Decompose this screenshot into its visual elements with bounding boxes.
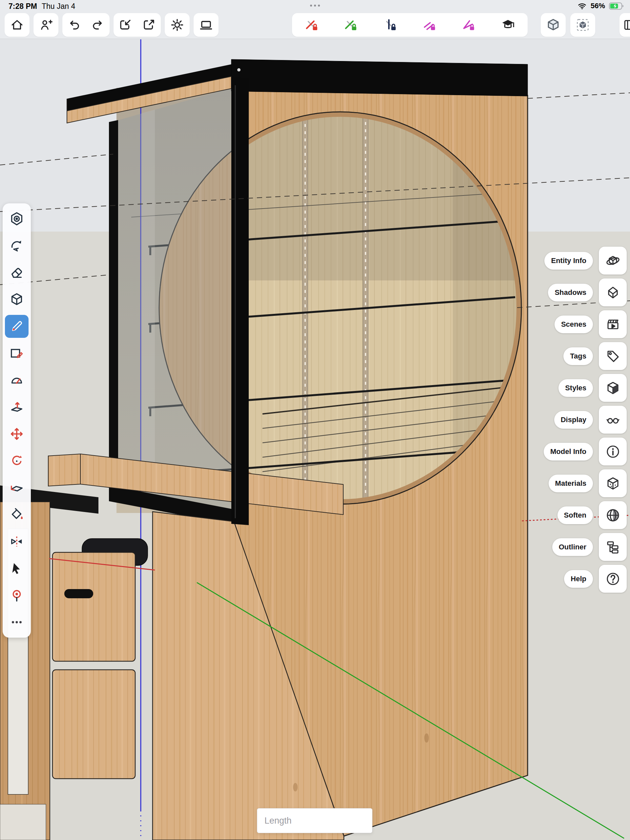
model-info-pill[interactable]: Model Info xyxy=(544,443,593,461)
views-button[interactable] xyxy=(541,13,566,37)
blue-axis-lock-icon xyxy=(383,17,398,33)
tags-pill[interactable]: Tags xyxy=(564,347,593,365)
tool-paint[interactable] xyxy=(3,501,31,528)
import-button[interactable] xyxy=(114,13,137,37)
orbit-icon xyxy=(9,238,24,253)
entity-info-button[interactable] xyxy=(599,247,627,275)
outliner-pill[interactable]: Outliner xyxy=(552,538,593,556)
move-icon xyxy=(11,429,22,439)
glass-panel xyxy=(117,88,231,510)
tool-push-pull[interactable] xyxy=(3,393,31,420)
tool-select-arrow[interactable] xyxy=(3,555,31,582)
shape-icon xyxy=(9,346,24,361)
tool-primitives[interactable] xyxy=(3,286,31,313)
tool-flip[interactable] xyxy=(3,528,31,555)
glass-mullion xyxy=(231,76,249,525)
isolate-button[interactable] xyxy=(570,13,595,37)
redo-icon xyxy=(93,21,101,29)
tool-look-around[interactable] xyxy=(3,582,31,609)
panels-button-partial[interactable] xyxy=(619,13,630,37)
share-icon xyxy=(144,21,154,29)
red-axis-lock-button[interactable] xyxy=(299,13,325,37)
redo-button[interactable] xyxy=(86,13,109,37)
rotate-icon xyxy=(9,453,24,468)
tool-line[interactable] xyxy=(5,315,28,338)
tool-move[interactable] xyxy=(3,420,31,447)
arc-icon xyxy=(9,373,24,388)
home-icon xyxy=(12,21,22,29)
styles-icon xyxy=(608,382,618,393)
soften-button[interactable] xyxy=(599,501,627,529)
scenes-icon xyxy=(608,320,618,328)
header: 7:28 PM Thu Jan 4 56% xyxy=(0,0,630,39)
materials-button[interactable] xyxy=(599,469,627,497)
scenes-button[interactable] xyxy=(599,310,627,338)
outliner-button[interactable] xyxy=(599,533,627,561)
section-plane-icon xyxy=(9,480,24,495)
green-axis-lock-button[interactable] xyxy=(338,13,364,37)
panel-row-outliner: Outliner xyxy=(544,533,630,561)
tool-more[interactable] xyxy=(3,609,31,636)
materials-icon xyxy=(608,478,618,489)
red-axis-lock-icon xyxy=(304,17,319,33)
add-collaborator-button[interactable] xyxy=(33,13,59,37)
instructor-button[interactable] xyxy=(495,13,521,37)
import-icon xyxy=(121,21,130,29)
tool-shape[interactable] xyxy=(3,340,31,367)
send-to-device-button[interactable] xyxy=(193,13,218,37)
display-button[interactable] xyxy=(599,406,627,434)
model-info-button[interactable] xyxy=(599,437,627,466)
tool-arc[interactable] xyxy=(3,367,31,393)
shadows-pill[interactable]: Shadows xyxy=(548,284,593,302)
styles-button[interactable] xyxy=(599,374,627,402)
help-button[interactable] xyxy=(599,565,627,593)
panel-row-materials: Materials xyxy=(544,469,630,497)
shadows-button[interactable] xyxy=(599,278,627,306)
display-pill[interactable]: Display xyxy=(554,411,593,429)
add-collaborator-icon xyxy=(42,21,52,29)
glass-left-post xyxy=(109,120,118,489)
entity-info-pill[interactable]: Entity Info xyxy=(545,252,593,270)
settings-button[interactable] xyxy=(165,13,190,37)
green-axis-lock-icon xyxy=(343,17,358,33)
undo-button[interactable] xyxy=(62,13,86,37)
model-canvas[interactable] xyxy=(0,0,630,840)
tool-section[interactable] xyxy=(3,474,31,501)
top-frame-slab xyxy=(231,59,528,96)
status-bar: 7:28 PM Thu Jan 4 56% xyxy=(0,0,630,13)
tags-icon xyxy=(608,351,618,362)
home-button[interactable] xyxy=(5,13,30,37)
paint-bucket-icon xyxy=(9,507,24,522)
battery-percent: 56% xyxy=(590,2,605,10)
panel-row-soften: Soften xyxy=(544,501,630,529)
tool-rotate[interactable] xyxy=(3,447,31,474)
materials-pill[interactable]: Materials xyxy=(549,475,593,492)
outliner-icon xyxy=(608,542,618,553)
tool-eraser[interactable] xyxy=(3,259,31,286)
scenes-pill[interactable]: Scenes xyxy=(554,316,593,333)
share-button[interactable] xyxy=(137,13,161,37)
panel-row-display: Display xyxy=(544,406,630,434)
instructor-icon xyxy=(500,17,516,33)
look-around-icon xyxy=(9,588,24,603)
left-toolbar xyxy=(3,204,31,638)
display-icon xyxy=(607,418,619,423)
soften-pill[interactable]: Soften xyxy=(557,507,593,524)
select-arrow-icon xyxy=(9,561,24,576)
parallel-lock-button[interactable] xyxy=(416,13,443,37)
entity-info-icon xyxy=(606,256,619,266)
styles-pill[interactable]: Styles xyxy=(559,379,593,397)
blue-axis-lock-button[interactable] xyxy=(377,13,403,37)
tool-smart-select[interactable] xyxy=(3,205,31,232)
angle-lock-button[interactable] xyxy=(456,13,482,37)
length-input[interactable] xyxy=(257,808,372,833)
sketchup-ipad-screen: 7:28 PM Thu Jan 4 56% xyxy=(0,0,630,840)
help-pill[interactable]: Help xyxy=(564,570,593,588)
panel-row-shadows: Shadows xyxy=(544,278,630,306)
send-to-device-icon xyxy=(201,22,211,29)
eraser-icon xyxy=(12,268,22,278)
flip-icon xyxy=(9,534,24,549)
wifi-icon xyxy=(578,2,587,10)
tool-orbit[interactable] xyxy=(3,232,31,259)
tags-button[interactable] xyxy=(599,342,627,370)
